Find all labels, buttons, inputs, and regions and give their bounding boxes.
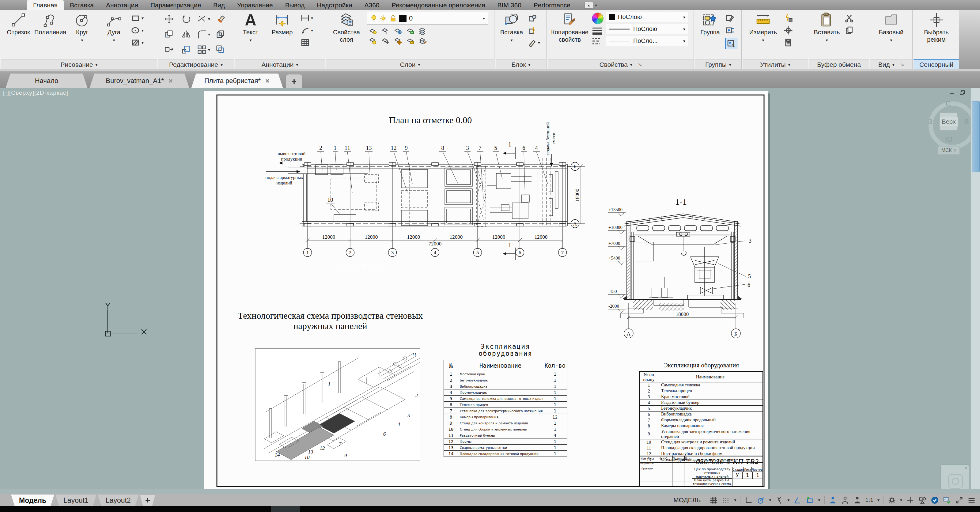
tab-upravlenie[interactable]: Управление xyxy=(231,0,279,10)
annotation-visibility-icon[interactable] xyxy=(829,496,837,504)
linear-dim-caret-icon[interactable]: ▾ xyxy=(311,16,313,21)
create-block-tool[interactable] xyxy=(528,13,540,23)
tab-annotacii[interactable]: Аннотации xyxy=(100,0,144,10)
vertical-scrollbar[interactable] xyxy=(970,88,980,494)
fillet-tool[interactable]: ▾ xyxy=(197,29,210,40)
copy-clip-tool[interactable] xyxy=(845,25,854,35)
ellipse-tool[interactable]: ▾ xyxy=(131,25,144,35)
layer-isolate-icon[interactable] xyxy=(369,27,377,35)
layer-merge-icon[interactable] xyxy=(419,37,427,45)
panel-label-draw[interactable]: Рисование▾ xyxy=(1,59,157,69)
table-tool[interactable] xyxy=(301,38,313,48)
object-color-dropdown[interactable]: ПоСлою ▾ xyxy=(606,12,688,22)
stretch-tool[interactable] xyxy=(164,45,174,55)
fillet-caret-icon[interactable]: ▾ xyxy=(208,32,210,37)
polar-tracking-icon[interactable] xyxy=(757,496,765,504)
panel-label-block[interactable]: Блок▾ xyxy=(496,59,546,69)
polar-caret-icon[interactable]: ▾ xyxy=(769,498,771,502)
layout1-tab[interactable]: Layout1 xyxy=(56,495,97,506)
group-selection-toggle[interactable] xyxy=(725,38,737,49)
panel-label-groups[interactable]: Группы▾ xyxy=(695,59,741,69)
ortho-mode-icon[interactable] xyxy=(745,496,753,504)
explode-tool[interactable] xyxy=(215,29,226,40)
layer-set-current-icon[interactable] xyxy=(382,27,390,35)
scrollbar-thumb[interactable] xyxy=(972,101,980,172)
erase-tool[interactable] xyxy=(215,14,226,24)
rectangle-tool[interactable]: ▾ xyxy=(131,13,144,23)
quick-calculator-tool[interactable] xyxy=(784,38,793,48)
layer-unlock-icon[interactable] xyxy=(407,27,415,35)
layer-previous-icon[interactable] xyxy=(382,37,390,45)
copy-tool[interactable] xyxy=(164,29,174,40)
leader-caret-icon[interactable]: ▾ xyxy=(311,28,313,33)
tab-performance[interactable]: Performance xyxy=(528,0,576,10)
panel-label-view[interactable]: Вид▾↘ xyxy=(870,59,912,69)
block-editor-tool[interactable]: ▾ xyxy=(528,38,540,48)
tab-vid[interactable]: Вид xyxy=(207,0,231,10)
customization-menu-icon[interactable] xyxy=(967,496,976,504)
cut-tool[interactable] xyxy=(845,13,854,23)
leader-tool[interactable]: ▾ xyxy=(301,25,313,35)
layer-combobox[interactable]: 0 ▾ xyxy=(367,12,488,25)
navigation-wheel-icon[interactable] xyxy=(948,474,963,489)
tab-bim360[interactable]: BIM 360 xyxy=(492,0,528,10)
viewport-minimize-icon[interactable] xyxy=(949,90,955,95)
annotation-scale-people-icon[interactable] xyxy=(853,496,861,504)
array-tool[interactable]: ▾ xyxy=(197,45,210,55)
viewcube-top-face[interactable]: Верх xyxy=(940,113,958,131)
viewport-restore-icon[interactable] xyxy=(959,90,966,95)
view-dialog-launcher-icon[interactable]: ↘ xyxy=(900,62,904,67)
layer-settings-icon[interactable] xyxy=(394,27,402,35)
panel-label-clipboard[interactable]: Буфер обмена xyxy=(809,59,869,69)
clean-screen-icon[interactable] xyxy=(955,496,964,504)
tab-parametrizaciya[interactable]: Параметризация xyxy=(144,0,207,10)
osnap-tracking-icon[interactable] xyxy=(794,496,802,504)
trim-tool[interactable]: ▾ xyxy=(197,14,210,24)
file-tab-burov-close-icon[interactable] xyxy=(168,78,173,83)
tab-nadstroyki[interactable]: Надстройки xyxy=(311,0,358,10)
new-layout-button[interactable] xyxy=(140,495,155,506)
ellipse-caret-icon[interactable]: ▾ xyxy=(142,28,144,33)
color-wheel-icon[interactable] xyxy=(592,13,603,24)
linetype-dropdown[interactable]: ПоСло... ▾ xyxy=(606,36,688,46)
panel-label-annotation[interactable]: Аннотации▾ xyxy=(235,59,325,69)
plan-view-plus-icon[interactable] xyxy=(906,496,915,504)
viewcube-north[interactable]: С xyxy=(946,100,951,108)
trim-caret-icon[interactable]: ▾ xyxy=(208,16,210,21)
viewcube-south[interactable]: Ю xyxy=(945,135,953,144)
panel-label-utilities[interactable]: Утилиты▾ xyxy=(743,59,808,69)
annotation-autoscale-icon[interactable] xyxy=(841,496,849,504)
file-tab-plita-close-icon[interactable] xyxy=(265,78,270,83)
point-tool[interactable] xyxy=(784,25,793,35)
file-tab-burov[interactable]: Burov_vatman_A1* xyxy=(89,73,189,88)
circle-tool[interactable]: Круг▾ xyxy=(67,12,97,44)
dimension-tool[interactable]: Размер xyxy=(266,12,298,36)
hatch-caret-icon[interactable]: ▾ xyxy=(142,40,144,45)
layer-thaw-icon[interactable] xyxy=(394,37,402,45)
object-snap-icon[interactable] xyxy=(806,496,814,504)
properties-dialog-launcher-icon[interactable]: ↘ xyxy=(638,62,642,67)
tab-glavnaya[interactable]: Главная xyxy=(27,0,64,10)
model-tab[interactable]: Модель xyxy=(11,495,54,506)
ungroup-tool[interactable] xyxy=(725,13,737,23)
snap-caret-icon[interactable]: ▾ xyxy=(734,498,736,502)
move-tool[interactable] xyxy=(164,14,174,24)
linetype-icon[interactable] xyxy=(592,37,602,45)
viewcube-wcs-menu[interactable]: МСК▽ xyxy=(938,146,960,155)
offset-tool[interactable] xyxy=(215,45,226,55)
scale-tool[interactable] xyxy=(181,45,191,55)
lineweight-icon[interactable] xyxy=(592,27,602,35)
new-file-tab-button[interactable] xyxy=(286,75,302,88)
arc-tool[interactable]: Дуга▾ xyxy=(99,12,129,44)
group-button[interactable]: Группа xyxy=(698,12,723,36)
layer-properties-button[interactable]: Свойства слоя xyxy=(328,12,364,43)
tab-vyvod[interactable]: Вывод xyxy=(279,0,311,10)
viewcube-east[interactable]: В xyxy=(964,118,969,126)
block-editor-caret-icon[interactable]: ▾ xyxy=(538,40,540,45)
mirror-tool[interactable] xyxy=(181,29,191,40)
tab-recommended-apps[interactable]: Рекомендованные приложения xyxy=(386,0,492,10)
text-tool[interactable]: A Текст▾ xyxy=(237,12,264,44)
tab-vstavka[interactable]: Вставка xyxy=(64,0,100,10)
viewcube-west[interactable]: З xyxy=(928,118,932,126)
polyline-tool[interactable]: Полилиния xyxy=(35,12,65,36)
